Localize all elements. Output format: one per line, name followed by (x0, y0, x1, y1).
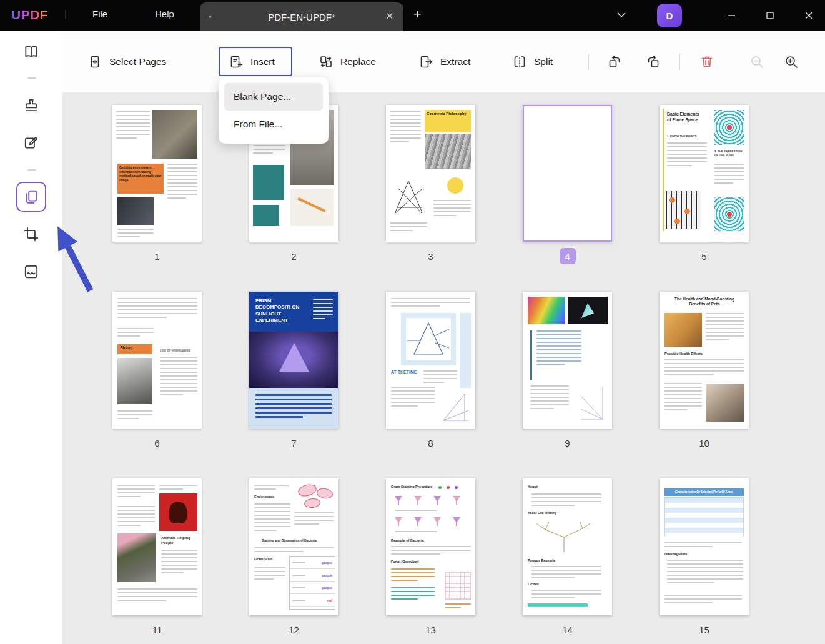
thumb-text-lines (391, 298, 470, 307)
delete-page-button[interactable] (699, 31, 714, 92)
page-number: 14 (523, 622, 612, 638)
page-thumbnail-1[interactable]: Building environment information modelin… (112, 105, 202, 242)
page-number: 7 (249, 435, 338, 451)
thumb-photo (425, 134, 471, 169)
page-cell-4-selected: 4 (523, 105, 612, 264)
page-thumbnail-14[interactable]: Yeast Yeast Life History Fungus Example … (523, 478, 612, 615)
page-thumbnail-12[interactable]: Endospores Staining and Observation of B… (249, 478, 338, 615)
thumb-cat-plant-photo (117, 533, 156, 582)
page-cell-6: String LINE OF KNOWLEDGE 6 (112, 292, 202, 451)
thumb-highlight-bar (528, 603, 588, 607)
menu-file[interactable]: File (92, 9, 107, 19)
thumb-quote-rule (530, 330, 532, 380)
thumb-dark-photo (568, 297, 608, 324)
thumb-text-lines (255, 394, 332, 418)
rotate-left-icon (607, 54, 622, 69)
thumb-pattern (714, 197, 744, 231)
page-thumbnail-11[interactable]: Animals Helping People (112, 478, 202, 615)
page-number: 8 (386, 435, 475, 451)
close-button[interactable] (794, 0, 823, 31)
thumb-heading: Example of Bacteria (391, 538, 424, 543)
rotate-right-button[interactable] (646, 31, 661, 92)
thumb-text-lines (313, 299, 333, 319)
thumb-accent-rule (663, 109, 664, 231)
thumb-cell-drawing (297, 482, 318, 498)
thumb-text-lines (254, 485, 289, 490)
maximize-button[interactable] (756, 0, 784, 31)
thumb-heading: Fungi (Overview) (391, 560, 419, 564)
thumb-subheading: LINE OF KNOWLEDGE (160, 349, 197, 353)
page-number: 5 (660, 248, 749, 264)
watermark-icon[interactable] (23, 264, 39, 280)
thumb-photo (117, 358, 152, 404)
page-cell-10: The Health and Mood-Boosting Benefits of… (660, 292, 749, 451)
thumb-text-lines (117, 328, 154, 337)
thumb-text-lines (531, 493, 601, 506)
thumb-cell-drawing (316, 487, 333, 500)
page-cell-5: Basic Elements of Plane Space 1. KNOW TH… (660, 105, 749, 264)
thumb-pets-photo (706, 384, 744, 422)
minimize-button[interactable] (717, 0, 746, 31)
page-thumbnail-3[interactable]: Geometric Philosophy (386, 105, 475, 242)
thumb-subheading: 1. KNOW THE POINTS (667, 135, 697, 139)
thumb-heading: Gram Staining Procedure (391, 485, 432, 489)
avatar[interactable]: D (657, 4, 682, 27)
split-button[interactable]: Split (512, 31, 553, 92)
page-number: 6 (112, 435, 202, 451)
thumb-text-lines (664, 383, 702, 410)
thumb-text-lines (433, 200, 471, 216)
page-number: 15 (660, 622, 749, 638)
chevron-down-icon[interactable] (615, 8, 628, 24)
extract-label: Extract (440, 56, 470, 67)
edit-icon[interactable] (23, 135, 39, 151)
thumb-geometric-sketch (390, 176, 428, 217)
thumb-text-lines (531, 590, 601, 598)
thumb-teal-block (253, 205, 279, 226)
page-thumbnail-13[interactable]: Gram Staining Procedure Example of Bacte… (386, 478, 475, 615)
thumb-tree-diagram (530, 518, 600, 555)
page-thumbnail-10[interactable]: The Health and Mood-Boosting Benefits of… (660, 292, 749, 429)
split-icon (512, 54, 527, 69)
page-thumbnail-9[interactable] (523, 292, 612, 429)
zoom-in-button[interactable] (784, 31, 799, 92)
stamp-icon[interactable] (23, 97, 39, 114)
thumb-title: Building environment information modelin… (117, 164, 164, 194)
new-tab-button[interactable]: + (413, 6, 422, 22)
zoom-out-icon (749, 54, 764, 69)
reader-icon[interactable] (23, 44, 39, 60)
page-cell-1: Building environment information modelin… (112, 105, 202, 264)
page-cell-14: Yeast Yeast Life History Fungus Example … (523, 478, 612, 638)
thumb-cell-drawing (304, 498, 320, 508)
thumb-text-lines (117, 229, 154, 237)
menu-item-from-file[interactable]: From File... (224, 111, 323, 138)
page-thumbnail-15[interactable]: Characteristics Of Selected Phyla Of Alg… (660, 478, 749, 615)
page-thumbnail-6[interactable]: String LINE OF KNOWLEDGE (112, 292, 202, 429)
page-cell-15: Characteristics Of Selected Phyla Of Alg… (660, 478, 749, 638)
tab-dropdown-icon[interactable]: ▾ (209, 13, 212, 20)
page-number: 11 (112, 622, 202, 638)
tab-close-icon[interactable]: ✕ (385, 11, 393, 22)
page-thumbnail-4-blank[interactable] (523, 105, 612, 242)
page-thumbnail-5[interactable]: Basic Elements of Plane Space 1. KNOW TH… (660, 105, 749, 242)
page-number: 2 (249, 248, 338, 264)
thumb-pattern (714, 110, 744, 145)
page-number: 12 (249, 622, 338, 638)
extract-button[interactable]: Extract (418, 31, 470, 92)
menu-help[interactable]: Help (155, 9, 174, 19)
organize-pages-icon[interactable] (23, 189, 39, 205)
select-pages-icon (87, 54, 102, 69)
select-pages-button[interactable]: Select Pages (87, 31, 166, 92)
thumb-title: Geometric Philosophy (425, 110, 471, 132)
page-thumbnail-8[interactable]: AT THETIME (386, 292, 475, 429)
thumb-teal-block (253, 165, 284, 200)
rotate-left-button[interactable] (607, 31, 622, 92)
thumb-text-lines (161, 550, 197, 573)
document-tab[interactable]: ▾ PDF-EN-UPDF* ✕ (200, 2, 403, 31)
crop-icon[interactable] (23, 226, 39, 242)
thumb-heading: Animals Helping People (161, 536, 196, 546)
menu-item-blank-page[interactable]: Blank Page... (224, 83, 323, 111)
thumb-procedure-row (395, 496, 460, 505)
thumb-text-lines (254, 503, 290, 531)
thumb-text-lines (391, 587, 435, 600)
page-thumbnail-7[interactable]: PRISM DECOMPOSITI ON SUNLIGHT EXPERIMENT (249, 292, 338, 429)
